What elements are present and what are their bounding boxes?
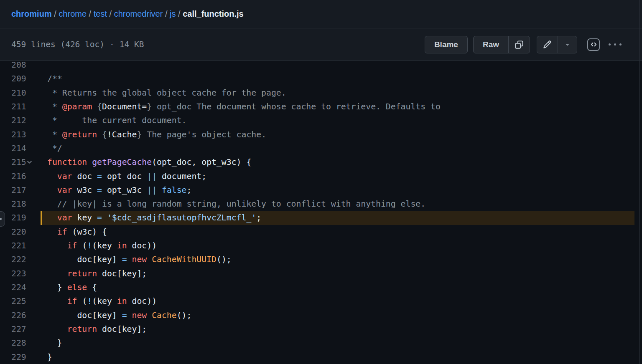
code-line: 210 * Returns the global object cache fo… [0,86,642,100]
code-line: 216 var doc = opt_doc || document; [0,169,642,183]
line-annotation-widget[interactable] [0,211,5,227]
breadcrumb-separator: / [87,9,94,19]
line-number[interactable]: 227 [0,322,41,336]
breadcrumb-link-chrome[interactable]: chrome [59,9,87,19]
code-lines: 208209/**210 * Returns the global object… [0,61,642,363]
line-content: doc[key] = new Cache(); [41,308,634,322]
code-line: 208 [0,61,642,72]
line-content: return doc[key]; [41,322,634,336]
meta-separator: · [110,40,115,49]
line-number[interactable]: 212 [0,114,41,127]
breadcrumb-link-js[interactable]: js [170,9,176,19]
code-line: 221 if (!(key in doc)) [0,239,642,253]
code-line: 226 doc[key] = new Cache(); [0,308,642,322]
code-line: 227 return doc[key]; [0,322,642,336]
blame-button[interactable]: Blame [425,36,468,53]
breadcrumb-separator: / [52,9,59,19]
code-line: 229} [0,350,642,363]
more-options-button[interactable] [607,40,623,49]
line-content: } [41,336,634,350]
code-line: 214 */ [0,142,642,155]
line-content: if (w3c) { [41,225,634,239]
line-number[interactable]: 224 [0,281,41,294]
line-content: var key = '$cdc_asdjflasutopfhvcZLmcfl_'… [41,211,634,225]
breadcrumb-link-test[interactable]: test [94,9,107,19]
line-number[interactable]: 208 [0,61,41,72]
line-number[interactable]: 225 [0,294,41,308]
line-number[interactable]: 219 [0,211,41,225]
code-line: 209/** [0,72,642,86]
code-line: 225 if (!(key in doc)) [0,294,642,308]
line-number[interactable]: 217 [0,183,41,197]
breadcrumb-link-chromium[interactable]: chromium [11,9,52,19]
file-size: 14 KB [120,40,144,49]
line-number[interactable]: 215 [0,155,41,169]
edit-button[interactable] [537,36,558,53]
line-content: // |key| is a long random string, unlike… [41,197,634,211]
edit-group [537,36,577,53]
line-content [41,61,634,72]
line-content: * @return {!Cache} The page's object cac… [41,128,634,142]
line-content: } [41,350,634,363]
breadcrumb-current-file: call_function.js [183,9,244,19]
symbols-button[interactable] [587,38,600,51]
line-number[interactable]: 211 [0,100,41,114]
file-meta: 459 lines (426 loc) · 14 KB [11,40,144,49]
code-line-highlighted: 219 var key = '$cdc_asdjflasutopfhvcZLmc… [0,211,642,225]
copy-button[interactable] [508,36,530,53]
line-content: } else { [41,281,634,294]
code-line: 211 * @param {Document=} opt_doc The doc… [0,100,642,114]
line-number[interactable]: 222 [0,253,41,266]
code-line: 213 * @return {!Cache} The page's object… [0,128,642,142]
line-content: * the current document. [41,114,634,127]
line-number[interactable]: 213 [0,128,41,142]
code-line: 220 if (w3c) { [0,225,642,239]
code-line: 222 doc[key] = new CacheWithUUID(); [0,253,642,266]
line-content: doc[key] = new CacheWithUUID(); [41,253,634,266]
code-line: 224 } else { [0,281,642,294]
line-number[interactable]: 226 [0,308,41,322]
file-lines-info: 459 lines (426 loc) [11,40,104,49]
raw-copy-group: Raw [473,36,530,53]
line-number[interactable]: 223 [0,267,41,281]
code-line: 215 function getPageCache(opt_doc, opt_w… [0,155,642,169]
code-line: 217 var w3c = opt_w3c || false; [0,183,642,197]
line-content: /** [41,72,634,86]
line-content: function getPageCache(opt_doc, opt_w3c) … [41,155,634,169]
line-number[interactable]: 228 [0,336,41,350]
raw-button[interactable]: Raw [474,36,508,53]
breadcrumb-separator: / [163,9,170,19]
line-number[interactable]: 221 [0,239,41,253]
line-content: */ [41,142,634,155]
edit-dropdown-button[interactable] [558,36,577,53]
code-view: 208209/**210 * Returns the global object… [0,61,642,363]
line-number[interactable]: 218 [0,197,41,211]
line-number[interactable]: 209 [0,72,41,86]
line-content: * Returns the global object cache for th… [41,86,634,100]
symbols-icon [590,41,597,48]
line-content: * @param {Document=} opt_doc The documen… [41,100,634,114]
code-line: 223 return doc[key]; [0,267,642,281]
triangle-down-icon [564,41,571,48]
line-number[interactable]: 220 [0,225,41,239]
panel-divider[interactable] [639,0,640,364]
line-number[interactable]: 210 [0,86,41,100]
pencil-icon [543,40,552,49]
annotation-dot-icon [0,218,2,220]
code-line: 212 * the current document. [0,114,642,127]
file-header: 459 lines (426 loc) · 14 KB Blame Raw [0,28,642,61]
line-number[interactable]: 214 [0,142,41,155]
collapse-chevron-icon[interactable] [26,159,33,166]
code-line: 218 // |key| is a long random string, un… [0,197,642,211]
line-content: return doc[key]; [41,267,634,281]
file-actions: Blame Raw [425,36,623,53]
line-number[interactable]: 229 [0,350,41,363]
breadcrumb-separator: / [107,9,114,19]
kebab-icon [609,43,611,46]
line-content: var doc = opt_doc || document; [41,169,634,183]
copy-icon [515,40,524,49]
line-number[interactable]: 216 [0,169,41,183]
breadcrumb-link-chromedriver[interactable]: chromedriver [114,9,163,19]
line-content: var w3c = opt_w3c || false; [41,183,634,197]
breadcrumb: chromium / chrome / test / chromedriver … [11,9,244,19]
